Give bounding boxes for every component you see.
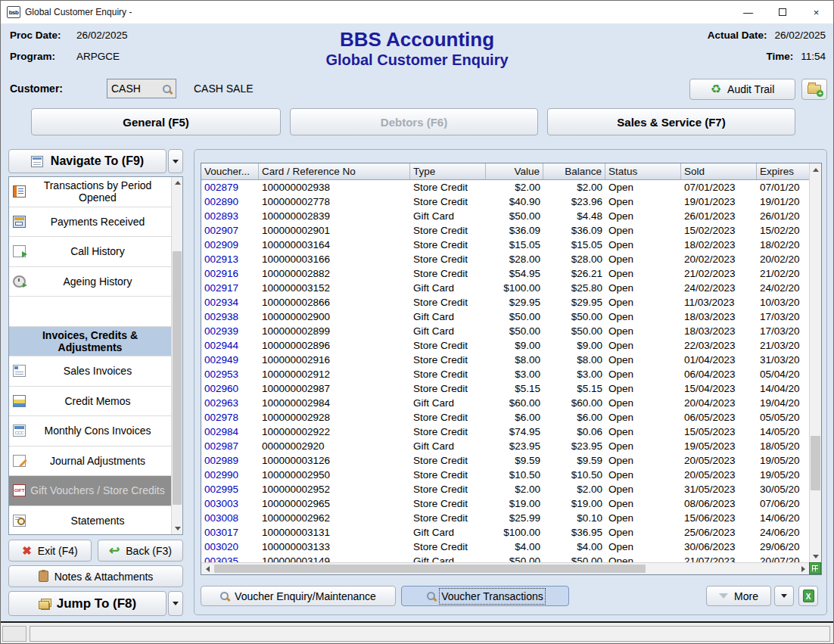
sidebar-item-call-history[interactable]: Call History (9, 237, 171, 267)
voucher-link[interactable]: 002879 (201, 180, 259, 194)
sidebar-item-ageing-history[interactable]: Ageing History (9, 267, 171, 297)
sidebar-item-monthly-cons-invoices[interactable]: Monthly Cons Invoices (9, 416, 171, 446)
voucher-link[interactable]: 002990 (201, 468, 259, 482)
column-header-status[interactable]: Status (605, 163, 681, 179)
export-grid-button[interactable] (809, 562, 821, 574)
table-row[interactable]: 002953100000002912Store Credit$3.00$3.00… (201, 367, 811, 381)
table-row[interactable]: 002913100000003166Store Credit$28.00$28.… (201, 252, 811, 266)
voucher-link[interactable]: 002963 (201, 396, 259, 410)
voucher-link[interactable]: 002916 (201, 266, 259, 281)
column-header-voucher[interactable]: Voucher... (201, 163, 259, 179)
tab-debtors[interactable]: Debtors (F6) (290, 108, 538, 135)
voucher-link[interactable]: 002907 (201, 223, 259, 238)
table-row[interactable]: 002989100000003126Store Credit$9.59$9.59… (201, 453, 811, 468)
column-header-balance[interactable]: Balance (543, 163, 605, 179)
table-row[interactable]: 002984100000002922Store Credit$74.95$0.0… (201, 425, 811, 439)
scroll-up-icon[interactable] (172, 177, 183, 188)
column-header-value[interactable]: Value (486, 163, 543, 179)
table-row[interactable]: 003003100000002965Store Credit$19.00$19.… (201, 496, 811, 511)
table-row[interactable]: 002893100000002839Gift Card$50.00$4.48Op… (201, 209, 811, 223)
navigate-dropdown-button[interactable] (168, 149, 183, 173)
table-row[interactable]: 002916100000002882Store Credit$54.95$26.… (201, 266, 811, 281)
column-header-expires[interactable]: Expires (757, 163, 811, 179)
voucher-enquiry-button[interactable]: Voucher Enquiry/Maintenance (201, 586, 396, 606)
scroll-left-icon[interactable] (201, 563, 213, 575)
sidebar-item-credit-memos[interactable]: Credit Memos (9, 387, 171, 417)
table-row[interactable]: 002978100000002928Store Credit$6.00$6.00… (201, 410, 811, 425)
table-row[interactable]: 002938100000002900Gift Card$50.00$50.00O… (201, 310, 811, 324)
voucher-link[interactable]: 002960 (201, 381, 259, 396)
sidebar-item-journal-adjustments[interactable]: Journal Adjustments (9, 446, 171, 477)
table-vertical-scrollbar[interactable] (809, 163, 821, 562)
table-row[interactable]: 002990100000002950Store Credit$10.50$10.… (201, 468, 811, 482)
scroll-up-icon[interactable] (810, 163, 822, 176)
table-row[interactable]: 002917100000003152Gift Card$100.00$25.80… (201, 281, 811, 295)
voucher-link[interactable]: 002949 (201, 353, 259, 367)
table-row[interactable]: 002879100000002938Store Credit$2.00$2.00… (201, 180, 811, 194)
voucher-link[interactable]: 002984 (201, 425, 259, 439)
table-row[interactable]: 003017100000003131Gift Card$100.00$36.95… (201, 525, 811, 540)
customer-code-input[interactable]: CASH (107, 79, 176, 98)
maximize-button[interactable] (765, 1, 799, 23)
table-row[interactable]: 002907100000002901Store Credit$36.09$36.… (201, 223, 811, 238)
voucher-link[interactable]: 002939 (201, 324, 259, 338)
sidebar-item-gift-vouchers-store-credits[interactable]: Gift Vouchers / Store Credits (9, 476, 171, 506)
table-row[interactable]: 002934100000002866Store Credit$29.95$29.… (201, 295, 811, 310)
table-row[interactable]: 003020100000003133Store Credit$4.00$4.00… (201, 540, 811, 554)
voucher-link[interactable]: 002953 (201, 367, 259, 381)
navigate-to-button[interactable]: Navigate To (F9) (8, 149, 166, 173)
sidebar-item-transactions-by-period-opened[interactable]: Transactions by Period Opened (9, 177, 171, 207)
voucher-link[interactable]: 002944 (201, 338, 259, 353)
jump-to-button[interactable]: Jump To (F8) (8, 591, 166, 616)
table-horizontal-scrollbar[interactable] (201, 562, 809, 574)
scroll-right-icon[interactable] (797, 563, 809, 575)
table-row[interactable]: 002949100000002916Store Credit$8.00$8.00… (201, 353, 811, 367)
sidebar-scroll-thumb[interactable] (173, 251, 182, 505)
audit-trail-button[interactable]: ♻ Audit Trail (689, 79, 795, 100)
more-dropdown-button[interactable] (774, 586, 794, 606)
voucher-link[interactable]: 002995 (201, 482, 259, 496)
table-row[interactable]: 002944100000002896Store Credit$9.00$9.00… (201, 338, 811, 353)
table-row[interactable]: 002909100000003164Store Credit$15.05$15.… (201, 238, 811, 252)
column-header-type[interactable]: Type (410, 163, 486, 179)
scroll-down-icon[interactable] (810, 550, 822, 562)
voucher-link[interactable]: 003020 (201, 540, 259, 554)
voucher-link[interactable]: 002938 (201, 310, 259, 324)
scroll-down-icon[interactable] (172, 523, 183, 534)
voucher-link[interactable]: 002909 (201, 238, 259, 252)
tab-sales-service[interactable]: Sales & Service (F7) (547, 108, 795, 135)
jump-to-dropdown-button[interactable] (168, 591, 183, 616)
column-header-sold[interactable]: Sold (681, 163, 757, 179)
column-header-card-reference-no[interactable]: Card / Reference No (259, 163, 410, 179)
back-button[interactable]: ↩ Back (F3) (98, 540, 183, 562)
tab-general[interactable]: General (F5) (31, 108, 281, 135)
sidebar-item-statements[interactable]: Statements (9, 506, 171, 535)
sidebar-scrollbar[interactable] (171, 177, 182, 534)
voucher-link[interactable]: 002917 (201, 281, 259, 295)
exit-button[interactable]: ✖ Exit (F4) (8, 540, 92, 562)
close-button[interactable]: × (799, 1, 833, 23)
voucher-link[interactable]: 002890 (201, 194, 259, 209)
excel-export-button[interactable]: X (798, 586, 818, 606)
voucher-link[interactable]: 002978 (201, 410, 259, 425)
voucher-link[interactable]: 002893 (201, 209, 259, 223)
notes-attachments-button[interactable]: Notes & Attachments (8, 565, 183, 587)
voucher-link[interactable]: 003017 (201, 525, 259, 540)
table-row[interactable]: 002995100000002952Store Credit$2.00$2.00… (201, 482, 811, 496)
voucher-transactions-button[interactable]: Voucher Transactions (401, 586, 569, 606)
voucher-link[interactable]: 002934 (201, 295, 259, 310)
table-row[interactable]: 002960100000002987Store Credit$5.15$5.15… (201, 381, 811, 396)
sidebar-item-payments-received[interactable]: Payments Received (9, 207, 171, 238)
table-row[interactable]: 002963100000002984Gift Card$60.00$60.00O… (201, 396, 811, 410)
table-hscroll-thumb[interactable] (214, 565, 646, 573)
sidebar-item-sales-invoices[interactable]: Sales Invoices (9, 356, 171, 387)
table-row[interactable]: 002939100000002899Gift Card$50.00$50.00O… (201, 324, 811, 338)
table-vscroll-thumb[interactable] (811, 436, 820, 490)
table-row[interactable]: 002890100000002778Store Credit$40.90$23.… (201, 194, 811, 209)
customer-search-icon[interactable] (163, 85, 171, 93)
voucher-link[interactable]: 002989 (201, 453, 259, 468)
table-row[interactable]: 003008100000002962Store Credit$25.99$0.1… (201, 511, 811, 525)
table-row[interactable]: 00298700000002920Gift Card$23.95$23.95Op… (201, 439, 811, 453)
more-button[interactable]: More (706, 586, 771, 606)
voucher-link[interactable]: 003003 (201, 496, 259, 511)
